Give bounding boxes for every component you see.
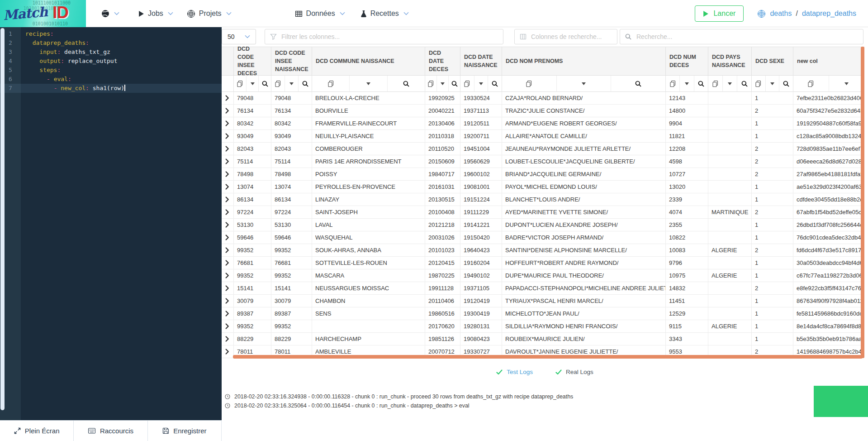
filter-caret-down-button[interactable] <box>285 76 299 91</box>
test-logs-toggle[interactable]: Test Logs <box>496 369 533 375</box>
footer-plein-cran-button[interactable]: Plein Écran <box>0 421 74 441</box>
footer-enregistrer-button[interactable]: Enregistrer <box>148 421 222 441</box>
filter-search-button[interactable] <box>488 76 502 91</box>
row-expander[interactable] <box>220 181 234 193</box>
filter-caret-down-button[interactable] <box>557 76 612 91</box>
search-icon <box>635 81 641 87</box>
chevron-right-icon <box>225 95 229 101</box>
nav-menu-globe[interactable] <box>101 10 119 18</box>
filter-search-button[interactable] <box>611 76 665 91</box>
filter-copy-button[interactable] <box>793 76 829 91</box>
recipe-code-editor[interactable]: 1recipes:2 dataprep_deaths:3 input: deat… <box>0 27 222 420</box>
cell: 12208 <box>666 143 708 155</box>
filter-copy-button[interactable] <box>425 76 437 91</box>
nav-menu-recettes[interactable]: Recettes <box>360 10 409 18</box>
row-expander[interactable] <box>220 206 234 218</box>
filter-caret-down-button[interactable] <box>247 76 259 91</box>
filter-caret-down-button[interactable] <box>766 76 780 91</box>
filter-search-button[interactable] <box>259 76 271 91</box>
filter-search-button[interactable] <box>299 76 312 91</box>
filter-caret-down-button[interactable] <box>723 76 737 91</box>
cell: 20130406 <box>425 117 460 129</box>
table-row: 8204382043COMBEROUGER2011052019451004JEA… <box>220 143 864 155</box>
real-logs-toggle[interactable]: Real Logs <box>555 369 593 375</box>
filter-search-button[interactable] <box>694 76 708 91</box>
code-line: 5 steps: <box>0 66 222 75</box>
filter-columns-input[interactable] <box>265 29 503 44</box>
footer-raccourcis-button[interactable]: Raccourcis <box>74 421 147 441</box>
row-expander[interactable] <box>220 333 234 345</box>
row-expander[interactable] <box>220 295 234 307</box>
code-text: recipes: <box>21 29 54 38</box>
filter-copy-button[interactable] <box>708 76 723 91</box>
row-expander[interactable] <box>220 244 234 256</box>
cell: TRAZIC*JULIE CONSTANCE/ <box>502 105 666 117</box>
filter-caret-down-button[interactable] <box>829 76 864 91</box>
cell: 30079 <box>234 295 271 307</box>
cell: 88229 <box>271 333 312 345</box>
chevron-right-icon <box>225 133 229 139</box>
row-expander[interactable] <box>220 219 234 231</box>
filter-copy-button[interactable] <box>312 76 350 91</box>
nav-menu-projets[interactable]: Projets <box>187 10 232 18</box>
row-expander[interactable] <box>220 193 234 206</box>
row-expander[interactable] <box>220 257 234 269</box>
cell: 10822 <box>666 231 708 244</box>
row-expander[interactable] <box>220 105 234 117</box>
cell: HARCHECHAMP <box>312 333 425 345</box>
horizontal-scrollbar[interactable] <box>233 355 863 359</box>
cell <box>708 143 752 155</box>
row-expander[interactable] <box>220 307 234 320</box>
cell: 19300419 <box>460 307 502 320</box>
row-expander[interactable] <box>220 117 234 129</box>
chevron-right-icon <box>225 158 229 164</box>
row-expander[interactable] <box>220 282 234 294</box>
nav-menu-donn-es[interactable]: Données <box>295 10 345 18</box>
filter-search-button[interactable] <box>779 76 793 91</box>
cell: BLANCHET*LOUIS ANDRE/ <box>502 193 666 206</box>
row-expander[interactable] <box>220 168 234 180</box>
row-expander[interactable] <box>220 231 234 244</box>
filter-search-button[interactable] <box>737 76 751 91</box>
row-expander[interactable] <box>220 320 234 332</box>
filter-copy-button[interactable] <box>460 76 474 91</box>
filter-caret-down-button[interactable] <box>474 76 489 91</box>
filter-search-button[interactable] <box>449 76 460 91</box>
row-expander[interactable] <box>220 143 234 155</box>
row-expander[interactable] <box>220 155 234 168</box>
filter-caret-down-button[interactable] <box>350 76 387 91</box>
cell: 99352 <box>234 320 271 332</box>
code-text: dataprep_deaths: <box>21 38 89 48</box>
table-row: 5313053130LAVAL2012121819141221DUPONT*LU… <box>220 219 864 231</box>
editor-scrollbar[interactable] <box>0 28 5 410</box>
vertical-scrollbar[interactable] <box>861 47 864 358</box>
cell: 867634f90f97928f4ab01128 <box>793 295 864 307</box>
search-columns-input[interactable] <box>514 29 617 44</box>
filter-copy-button[interactable] <box>502 76 557 91</box>
footer-button-label: Plein Écran <box>25 427 60 435</box>
cell: SENS <box>312 307 425 320</box>
breadcrumb-dataset[interactable]: deaths <box>770 10 792 18</box>
matchid-logo[interactable]: 10111001011000 1010010001010 01010010101… <box>0 0 86 27</box>
row-expander[interactable] <box>220 130 234 142</box>
search-input[interactable] <box>620 29 863 44</box>
filter-copy-button[interactable] <box>666 76 680 91</box>
filter-caret-down-button[interactable] <box>437 76 449 91</box>
cell: 59646 <box>271 231 312 244</box>
row-expander[interactable] <box>220 345 234 358</box>
page-size-select[interactable]: 50 <box>222 29 256 44</box>
filter-copy-button[interactable] <box>752 76 766 91</box>
run-button[interactable]: Lancer <box>695 5 744 22</box>
breadcrumb-recipe[interactable]: dataprep_deaths <box>802 10 856 18</box>
column-filter-dcd-num-deces <box>666 76 708 92</box>
filter-search-button[interactable] <box>388 76 425 91</box>
filter-copy-button[interactable] <box>234 76 247 91</box>
cell: 2339 <box>666 193 708 206</box>
filter-caret-down-button[interactable] <box>680 76 694 91</box>
filter-copy-button[interactable] <box>271 76 285 91</box>
row-expander[interactable] <box>220 269 234 282</box>
cell: 15141 <box>234 282 271 294</box>
code-line: 3 input: deaths_txt_gz <box>0 48 222 57</box>
nav-menu-jobs[interactable]: Jobs <box>138 10 173 18</box>
row-expander[interactable] <box>220 92 234 104</box>
